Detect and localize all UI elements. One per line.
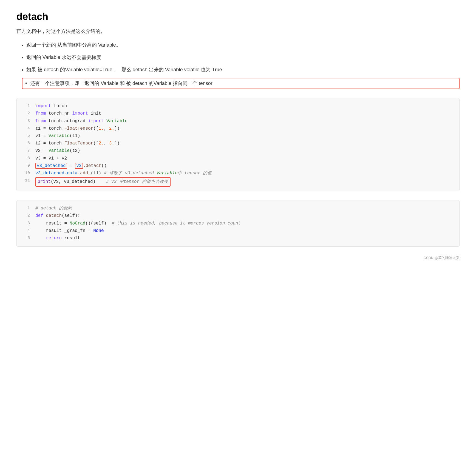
code-line-10: 10 v3_detached.data.add_(t1) # 修改了 v3_de… (17, 170, 459, 177)
code-block-1: 1 import torch 2 from torch.nn import in… (16, 98, 460, 191)
code-line-9: 9 v3_detached = v3.detach() (17, 162, 459, 170)
page-title: detach (16, 11, 460, 22)
code-line-3: 3 from torch.autograd import Variable (17, 118, 459, 125)
bullet-item-4-highlighted: 还有一个注意事项，即：返回的 Variable 和 被 detach 的Vari… (22, 78, 460, 89)
code-line-7: 7 v2 = Variable(t2) (17, 147, 459, 155)
code-line-5: 5 v1 = Variable(t1) (17, 132, 459, 140)
line-num-1: 1 (21, 103, 30, 110)
bullet-item-3: 如果 被 detach 的Variable volatile=True， 那么 … (26, 66, 460, 74)
bullet-item-2: 返回的 Variable 永远不会需要梯度 (26, 53, 460, 61)
code-line-4: 4 t1 = torch.FloatTensor([1., 2.]) (17, 125, 459, 132)
bullet-list: 返回一个新的 从当前图中分离的 Variable。 返回的 Variable 永… (16, 41, 460, 89)
code-block-2: 1 # detach 的源码 2 def detach(self): 3 res… (16, 200, 460, 247)
watermark: CSDN @菜的哇哇大哭 (16, 255, 460, 260)
code2-line-4: 4 result._grad_fn = None (17, 227, 459, 235)
code2-line-3: 3 result = NoGrad()(self) # this is need… (17, 220, 459, 227)
code-line-8: 8 v3 = v1 + v2 (17, 155, 459, 162)
code2-line-1: 1 # detach 的源码 (17, 205, 459, 212)
code-line-6: 6 t2 = torch.FloatTensor([2., 3.]) (17, 140, 459, 147)
code2-line-2: 2 def detach(self): (17, 212, 459, 220)
code-line-2: 2 from torch.nn import init (17, 110, 459, 117)
intro-text: 官方文档中，对这个方法是这么介绍的。 (16, 28, 460, 35)
code2-line-5: 5 return result (17, 235, 459, 242)
code-line-11: 11 print(v3, v3_detached) # v3 中tensor 的… (17, 177, 459, 187)
bullet-item-1: 返回一个新的 从当前图中分离的 Variable。 (26, 41, 460, 49)
code-line-1: 1 import torch (17, 103, 459, 110)
